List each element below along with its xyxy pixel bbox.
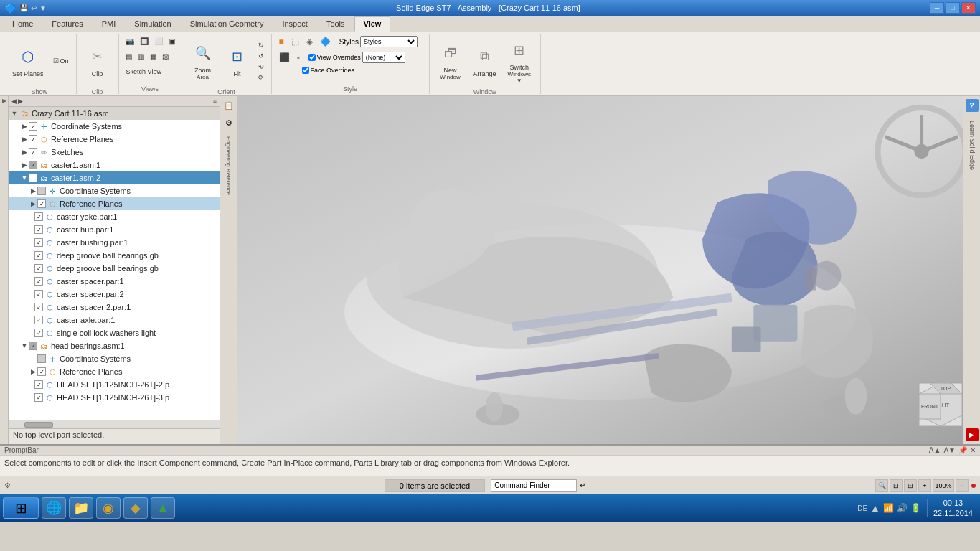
zoom-in-btn[interactable]: + [918,479,931,492]
expander[interactable]: ▶ [20,148,29,156]
tree-item-ref-planes-2[interactable]: ▶ ✓ ⬡ Reference Planes [9,197,220,210]
checkbox[interactable]: ✓ [29,148,37,156]
tab-features[interactable]: Features [42,16,92,32]
expander[interactable]: ▶ [20,135,29,143]
switch-windows-button[interactable]: ⊞ Switch Windows ▼ [503,35,536,87]
checkbox[interactable]: ✓ [34,290,43,298]
scroll-right[interactable]: ▶ [18,98,23,105]
command-finder-input[interactable] [491,479,577,492]
checkbox[interactable]: ✓ [34,225,43,234]
view-btn-5[interactable]: ▤ [123,50,134,62]
view-btn-7[interactable]: ▦ [148,50,159,62]
quick-dropdown[interactable]: ▼ [39,4,47,12]
tab-view[interactable]: View [354,16,391,32]
checkbox[interactable]: ✓ [34,303,43,311]
style-btn4[interactable]: 🔷 [317,35,334,48]
styles-dropdown[interactable]: Styles [360,36,418,47]
checkbox[interactable]: ✓ [34,393,43,402]
tree-item-sketches[interactable]: ▶ ✓ ✏ Sketches [9,146,220,159]
arrange-button[interactable]: ⧉ Arrange [468,35,501,87]
scrollbar-thumb[interactable] [24,422,53,428]
tree-item-ref-planes-root[interactable]: ▶ ✓ ⬡ Reference Planes [9,133,220,146]
shading-btn[interactable]: ■ [276,35,287,48]
tab-pmi[interactable]: PMI [93,16,126,32]
tree-item-caster-yoke[interactable]: ✓ ⬡ caster yoke.par:1 [9,210,220,223]
tree-item-caster-bushing[interactable]: ✓ ⬡ caster bushing.par:1 [9,236,220,249]
tab-simulation[interactable]: Simulation [125,16,180,32]
close-button[interactable]: ✕ [961,2,976,14]
taskbar-folder[interactable]: 📁 [69,497,93,519]
text-size-down-btn[interactable]: A▼ [943,446,956,454]
wireframe-btn[interactable]: ⬚ [288,35,302,48]
checkbox[interactable]: ✓ [37,199,46,208]
checkbox[interactable]: ✓ [34,329,43,337]
set-planes-button[interactable]: ⬡ Set Planes [7,35,49,87]
checkbox[interactable]: ✓ [34,238,43,247]
view-btn-3[interactable]: ⬜ [152,35,165,47]
promptbar-close-btn[interactable]: ✕ [970,446,976,454]
new-window-button[interactable]: 🗗 New Window [434,35,467,87]
left-tool-2[interactable]: ⚙ [222,116,235,129]
checkbox[interactable] [37,354,46,363]
expander[interactable]: ▼ [20,342,29,350]
style-btn5[interactable]: ⬛ [276,51,293,64]
zoom-out-btn[interactable]: − [956,479,969,492]
minimize-button[interactable]: ─ [930,2,944,14]
status-btn-3[interactable]: ⊞ [904,479,917,492]
tree-item-caster1-1[interactable]: ▶ ✓ 🗂 caster1.asm:1 [9,159,220,171]
youtube-button[interactable]: ▶ [966,428,979,441]
expander[interactable]: ▶ [20,122,29,131]
tab-tools[interactable]: Tools [317,16,354,32]
status-btn-1[interactable]: 🔍 [875,479,888,492]
tree-item-spacer-2[interactable]: ✓ ⬡ caster spacer.par:2 [9,288,220,301]
tab-inspect[interactable]: Inspect [273,16,316,32]
root-expander[interactable]: ▼ [10,109,19,118]
fit-button[interactable]: ⊡ Fit [221,35,254,87]
view-btn-1[interactable]: 📷 [123,35,136,47]
command-finder-go[interactable]: ↵ [580,481,585,489]
clip-button[interactable]: ✂ Clip [81,35,114,87]
tab-home[interactable]: Home [3,16,42,32]
tree-item-ref-planes-head[interactable]: ▶ ✓ ⬡ Reference Planes [9,365,220,378]
rotate-cw-button[interactable]: ↻ [255,40,267,50]
expander[interactable]: ▶ [29,367,37,376]
checkbox[interactable]: ✓ [34,251,43,260]
taskbar-app5[interactable]: ▲ [151,497,175,519]
checkbox[interactable]: ✓ [37,367,46,376]
tree-scrollbar-horiz[interactable] [9,420,220,428]
checkbox[interactable]: ✓ [34,380,43,389]
style-btn3[interactable]: ◈ [303,35,316,48]
tray-volume[interactable]: 🔊 [897,503,908,513]
tree-item-caster1-2[interactable]: ▼ ✓ 🗂 caster1.asm:2 [9,171,220,184]
tree-item-caster-hub[interactable]: ✓ ⬡ caster hub.par:1 [9,223,220,236]
tray-network[interactable]: 📶 [883,503,894,513]
checkbox[interactable]: ✓ [29,161,37,169]
expander[interactable] [29,354,37,363]
datetime[interactable]: 00:13 22.11.2014 [933,498,973,519]
learn-panel[interactable]: ? Learn Solid Edge ▶ [963,96,980,444]
checkbox[interactable]: ✓ [29,122,37,131]
help-button[interactable]: ? [966,99,979,112]
checkbox[interactable]: ✓ [34,277,43,286]
taskbar-ie[interactable]: 🌐 [42,497,66,519]
checkbox[interactable]: ✓ [29,135,37,143]
tree-root[interactable]: ▼ 🗂 Crazy Cart 11-16.asm [9,107,220,120]
view-btn-8[interactable]: ▧ [160,50,171,62]
quick-undo[interactable]: ↩ [31,4,37,12]
tree-item-caster-axle[interactable]: ✓ ⬡ caster axle.par:1 [9,314,220,326]
quick-save[interactable]: 💾 [19,4,28,12]
view-btn-6[interactable]: ▥ [136,50,146,62]
pin-btn[interactable]: 📌 [958,446,967,454]
viewport[interactable]: RIGHT TOP FRONT ? Learn Solid Edge ▶ 📋 ⚙… [220,96,980,444]
style-btn6[interactable]: ▪ [294,51,303,64]
rotate-ccw-button[interactable]: ↺ [255,51,267,61]
learn-solid-edge-label[interactable]: Learn Solid Edge [969,121,976,170]
tree-item-spacer-1[interactable]: ✓ ⬡ caster spacer.par:1 [9,275,220,288]
on-button[interactable]: ☑ On [50,56,72,66]
tray-icon-1[interactable]: DE [857,504,867,512]
checkbox[interactable] [37,187,46,195]
sketch-view-button[interactable]: Sketch View [123,67,164,77]
view-overrides-checkbox[interactable] [308,54,316,61]
maximize-button[interactable]: □ [946,2,960,14]
tree-item-head-bearings[interactable]: ▼ ✓ 🗂 head bearings.asm:1 [9,339,220,352]
